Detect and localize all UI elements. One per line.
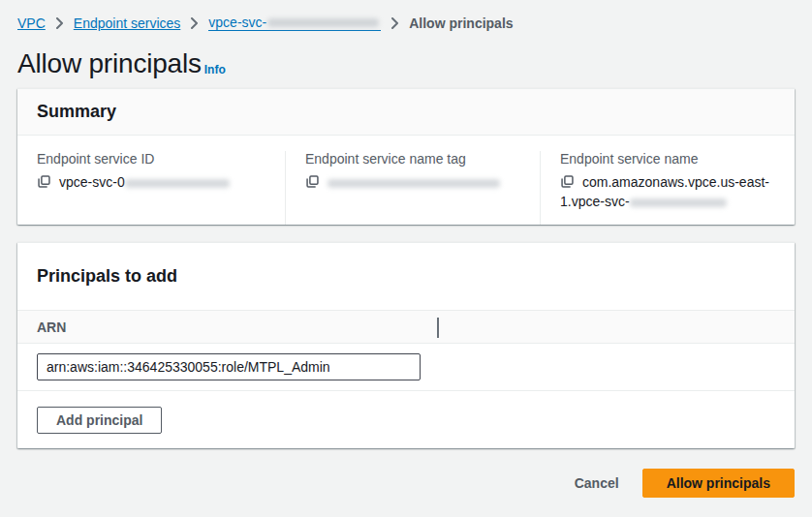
arn-column-header: ARN [37, 319, 66, 335]
column-resize-handle[interactable] [437, 318, 439, 338]
principals-card-footer: Add principal [17, 390, 795, 448]
redacted-text [125, 179, 230, 188]
arn-input[interactable] [37, 353, 421, 380]
arn-table-header: ARN [17, 310, 795, 344]
summary-card: Summary Endpoint service ID vpce-svc-0 E… [17, 88, 795, 225]
breadcrumb-link-endpoint-services[interactable]: Endpoint services [74, 15, 181, 31]
field-label: Endpoint service ID [37, 151, 265, 167]
page-header: Allow principals Info [17, 48, 795, 79]
summary-card-header: Summary [17, 89, 795, 136]
copy-icon[interactable] [560, 174, 575, 189]
redacted-text [328, 179, 500, 188]
principals-to-add-card: Principals to add ARN Add principal [17, 242, 795, 448]
principals-title: Principals to add [37, 266, 775, 287]
allow-principals-button[interactable]: Allow principals [642, 469, 795, 498]
copy-icon[interactable] [305, 174, 320, 189]
field-value: vpce-svc-0 [37, 172, 265, 192]
redacted-text [630, 198, 727, 207]
field-value: com.amazonaws.vpce.us-east-1.vpce-svc- [560, 172, 775, 211]
breadcrumb-service-id-prefix: vpce-svc- [208, 15, 266, 30]
breadcrumb-link-vpc[interactable]: VPC [17, 15, 46, 31]
breadcrumb-current-page: Allow principals [409, 15, 513, 31]
form-actions: Cancel Allow principals [17, 469, 795, 498]
field-label: Endpoint service name tag [305, 151, 520, 167]
chevron-right-icon [190, 17, 199, 29]
arn-input-row [17, 344, 795, 390]
field-endpoint-service-name-tag: Endpoint service name tag [285, 151, 540, 225]
cancel-button[interactable]: Cancel [571, 471, 623, 496]
redacted-text [267, 18, 379, 27]
breadcrumb-link-endpoint-service-id[interactable]: vpce-svc- [208, 15, 381, 31]
info-link[interactable]: Info [204, 63, 226, 76]
chevron-right-icon [55, 17, 64, 29]
field-endpoint-service-id: Endpoint service ID vpce-svc-0 [17, 151, 285, 225]
copy-icon[interactable] [37, 174, 51, 189]
page: VPC Endpoint services vpce-svc- Allow pr… [0, 0, 812, 517]
principals-card-header: Principals to add [17, 243, 795, 310]
summary-body: Endpoint service ID vpce-svc-0 Endpoint … [17, 136, 795, 225]
summary-title: Summary [37, 102, 775, 122]
field-endpoint-service-name: Endpoint service name com.amazonaws.vpce… [540, 151, 795, 225]
chevron-right-icon [390, 17, 399, 29]
value-visible-text: vpce-svc-0 [59, 174, 125, 190]
field-label: Endpoint service name [560, 151, 775, 167]
add-principal-button[interactable]: Add principal [37, 407, 162, 434]
breadcrumb: VPC Endpoint services vpce-svc- Allow pr… [17, 0, 795, 31]
field-value [305, 172, 520, 192]
page-title: Allow principals [17, 48, 202, 79]
